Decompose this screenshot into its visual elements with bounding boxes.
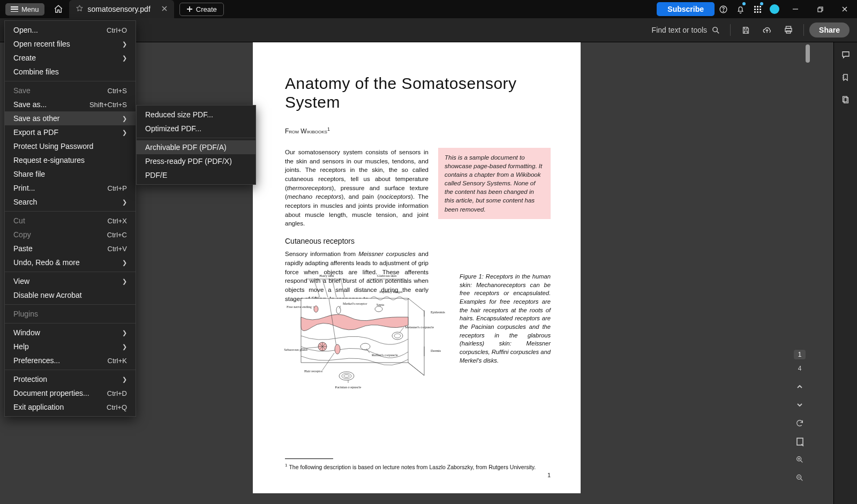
pdf-page: Anatomy of the Somatosensory System From… (253, 42, 581, 493)
minimize-button[interactable] (783, 0, 808, 18)
share-button[interactable]: Share (809, 22, 850, 37)
home-button[interactable] (53, 4, 64, 14)
menu-item[interactable]: Document properties...Ctrl+D (5, 386, 136, 400)
page-fit-icon (796, 437, 804, 446)
search-icon (711, 26, 720, 35)
bookmarks-panel-button[interactable] (834, 67, 858, 87)
svg-point-31 (360, 343, 370, 350)
doc-subtitle: From Wikibooks1 (285, 126, 551, 135)
apps-button[interactable] (749, 0, 766, 18)
notifications-button[interactable] (732, 0, 749, 18)
menu-item[interactable]: PasteCtrl+V (5, 242, 136, 255)
subscribe-button[interactable]: Subscribe (657, 2, 715, 16)
menu-item[interactable]: Open...Ctrl+O (5, 23, 136, 37)
current-page-badge[interactable]: 1 (794, 350, 806, 359)
menu-button-label: Menu (21, 5, 39, 13)
section-heading: Cutaneous receptors (285, 236, 428, 246)
save-as-other-submenu: Reduced size PDF...Optimized PDF...Archi… (136, 105, 256, 185)
svg-text:Sebaceous gland: Sebaceous gland (284, 348, 307, 351)
menu-item[interactable]: Print...Ctrl+P (5, 181, 136, 195)
svg-point-28 (375, 306, 382, 312)
svg-rect-10 (760, 11, 761, 13)
callout-box: This is a sample document to showcase pa… (438, 148, 551, 219)
svg-text:Glabrous skin: Glabrous skin (377, 274, 397, 277)
create-button[interactable]: Create (179, 3, 224, 16)
chevron-right-icon: ❯ (122, 329, 127, 336)
maximize-button[interactable] (808, 0, 832, 18)
avatar-button[interactable] (766, 0, 783, 18)
svg-text:Meissner's corpuscle: Meissner's corpuscle (405, 325, 434, 329)
svg-text:Merkel's receptor: Merkel's receptor (343, 302, 367, 305)
svg-rect-5 (754, 9, 756, 10)
svg-text:Septa: Septa (377, 303, 385, 306)
thumbnails-panel-button[interactable] (834, 89, 858, 110)
menu-item[interactable]: Save as...Shift+Ctrl+S (5, 97, 136, 111)
svg-text:Epidermis: Epidermis (431, 310, 445, 314)
print-button[interactable] (779, 21, 798, 39)
menu-item[interactable]: Preferences...Ctrl+K (5, 353, 136, 367)
svg-rect-4 (760, 6, 761, 7)
star-icon[interactable] (76, 4, 84, 14)
menu-item[interactable]: Reduced size PDF... (137, 108, 255, 122)
save-button[interactable] (736, 21, 755, 39)
chevron-right-icon: ❯ (122, 278, 127, 285)
svg-text:Pacinian corpuscle: Pacinian corpuscle (335, 385, 362, 389)
svg-text:Papillary Ridges: Papillary Ridges (379, 290, 403, 294)
menu-item[interactable]: Window❯ (5, 326, 136, 340)
menu-item[interactable]: PDF/E (137, 168, 255, 182)
help-button[interactable] (715, 0, 732, 18)
svg-rect-9 (757, 11, 758, 13)
svg-text:Hairy skin: Hairy skin (319, 274, 334, 277)
chevron-up-icon (796, 385, 803, 389)
document-tab[interactable]: somatosensory.pdf (69, 0, 174, 18)
chevron-right-icon: ❯ (122, 259, 127, 266)
svg-text:Free nerve ending: Free nerve ending (287, 305, 312, 309)
menu-item[interactable]: Combine files (5, 65, 136, 79)
svg-rect-8 (754, 11, 756, 13)
hamburger-icon (11, 6, 18, 12)
menu-item[interactable]: Archivable PDF (PDF/A) (137, 140, 255, 154)
save-icon (741, 26, 750, 35)
menu-item[interactable]: Share file (5, 167, 136, 181)
comment-icon (841, 50, 851, 59)
tab-close-button[interactable] (161, 4, 168, 14)
menu-item[interactable]: Help❯ (5, 340, 136, 353)
menu-item[interactable]: Protect Using Password (5, 139, 136, 153)
menu-item[interactable]: Search❯ (5, 195, 136, 209)
menu-item[interactable]: Save as other❯ (5, 111, 136, 125)
minimize-icon (792, 6, 799, 12)
close-window-button[interactable] (832, 0, 857, 18)
chevron-right-icon: ❯ (122, 41, 127, 48)
upload-button[interactable] (757, 21, 777, 39)
chevron-right-icon: ❯ (122, 343, 127, 350)
menu-item[interactable]: Exit applicationCtrl+Q (5, 400, 136, 414)
menu-button[interactable]: Menu (5, 3, 44, 16)
menu-item[interactable]: Optimized PDF... (137, 122, 255, 136)
chevron-right-icon: ❯ (122, 129, 127, 136)
find-input[interactable]: Find text or tools (652, 26, 721, 35)
menu-item[interactable]: Export a PDF❯ (5, 125, 136, 139)
svg-rect-2 (754, 6, 756, 7)
create-label: Create (196, 5, 217, 13)
menu-item[interactable]: Protection❯ (5, 372, 136, 386)
menu-item[interactable]: Press-ready PDF (PDF/X) (137, 154, 255, 168)
rotate-icon (795, 419, 804, 427)
menu-item[interactable]: Open recent files❯ (5, 37, 136, 51)
comments-panel-button[interactable] (834, 44, 858, 65)
menu-item[interactable]: Request e-signatures (5, 153, 136, 167)
menu-item: CutCtrl+X (5, 214, 136, 228)
doc-title: Anatomy of the Somatosensory System (285, 74, 551, 111)
close-icon (161, 5, 168, 12)
menu-item[interactable]: Undo, Redo & more❯ (5, 255, 136, 269)
menu-item[interactable]: View❯ (5, 274, 136, 288)
svg-text:Ruffini's corpuscle: Ruffini's corpuscle (372, 353, 398, 357)
chevron-down-icon (796, 403, 803, 407)
menu-item[interactable]: Disable new Acrobat (5, 288, 136, 302)
apps-icon (754, 5, 762, 13)
menu-item[interactable]: Create❯ (5, 51, 136, 65)
svg-rect-3 (757, 6, 758, 7)
zoom-out-icon (795, 473, 804, 482)
vertical-scrollbar[interactable] (805, 42, 810, 504)
svg-point-1 (723, 11, 723, 11)
plus-icon (186, 6, 193, 12)
